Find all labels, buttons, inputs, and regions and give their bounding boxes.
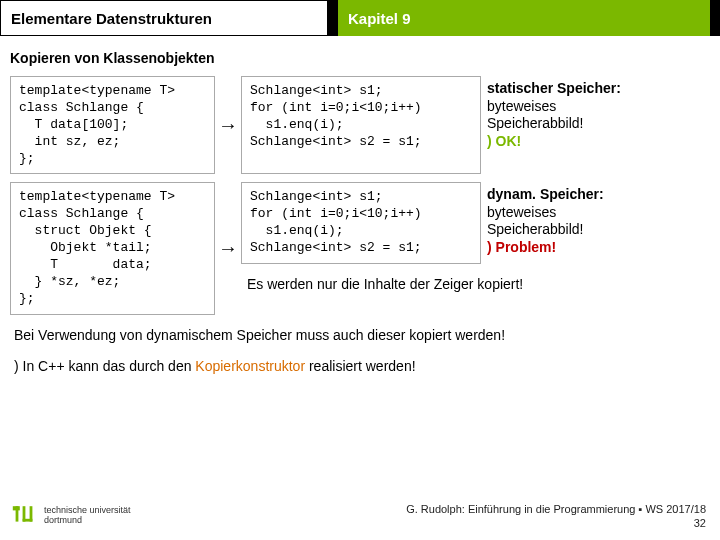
annotation-dynamic-l2: Speicherabbild! — [487, 221, 584, 237]
footer-logo-block: technische universität dortmund — [0, 502, 180, 530]
annotation-dynamic: dynam. Speicher: byteweises Speicherabbi… — [481, 182, 691, 264]
bottom-line2: ) In C++ kann das durch den Kopierkonstr… — [14, 356, 706, 377]
svg-rect-1 — [16, 506, 19, 521]
annotation-dynamic-l1: byteweises — [487, 204, 556, 220]
slide-header: Elementare Datenstrukturen Kapitel 9 — [0, 0, 720, 36]
section-subtitle: Kopieren von Klassenobjekten — [0, 36, 720, 76]
header-title-right: Kapitel 9 — [338, 0, 710, 36]
header-divider — [328, 0, 338, 36]
footer-university: technische universität dortmund — [44, 506, 131, 526]
header-end — [710, 0, 720, 36]
code-dynamic-usage: Schlange<int> s1; for (int i=0;i<10;i++)… — [241, 182, 481, 264]
code-dynamic-class: template<typename T> class Schlange { st… — [10, 182, 215, 314]
footer-credit-block: G. Rudolph: Einführung in die Programmie… — [180, 502, 720, 531]
footer-credit: G. Rudolph: Einführung in die Programmie… — [406, 503, 706, 515]
header-title-left: Elementare Datenstrukturen — [0, 0, 328, 36]
tu-logo-icon — [10, 502, 38, 530]
arrow-icon: → — [215, 182, 241, 314]
code-static-usage: Schlange<int> s1; for (int i=0;i<10;i++)… — [241, 76, 481, 174]
annotation-dynamic-title: dynam. Speicher: — [487, 186, 604, 202]
annotation-static-l1: byteweises — [487, 98, 556, 114]
bottom-line2c: realisiert werden! — [305, 358, 416, 374]
footer-page-number: 32 — [694, 517, 706, 529]
annotation-static-title: statischer Speicher: — [487, 80, 621, 96]
annotation-static-result: ) OK! — [487, 133, 521, 149]
pointer-copy-note: Es werden nur die Inhalte der Zeiger kop… — [241, 270, 691, 292]
bottom-paragraphs: Bei Verwendung von dynamischem Speicher … — [0, 315, 720, 381]
arrow-icon: → — [215, 76, 241, 174]
annotation-static-l2: Speicherabbild! — [487, 115, 584, 131]
bottom-line2a: ) In C++ kann das durch den — [14, 358, 195, 374]
content-grid: template<typename T> class Schlange { T … — [0, 76, 720, 315]
footer-uni-line2: dortmund — [44, 515, 82, 525]
annotation-static: statischer Speicher: byteweises Speicher… — [481, 76, 691, 174]
bottom-line1: Bei Verwendung von dynamischem Speicher … — [14, 325, 706, 346]
svg-rect-4 — [23, 519, 33, 522]
code-static-class: template<typename T> class Schlange { T … — [10, 76, 215, 174]
copy-constructor-term: Kopierkonstruktor — [195, 358, 305, 374]
annotation-dynamic-result: ) Problem! — [487, 239, 556, 255]
slide-footer: technische universität dortmund G. Rudol… — [0, 492, 720, 540]
footer-uni-line1: technische universität — [44, 505, 131, 515]
